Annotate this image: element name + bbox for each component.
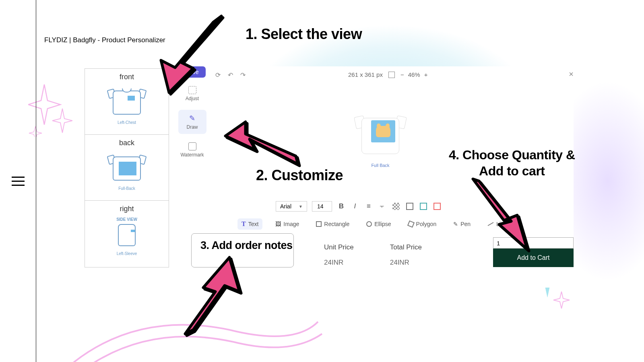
shape-tool-image[interactable]: 🖼 Image xyxy=(271,219,303,229)
font-size-input[interactable]: 14 xyxy=(312,201,332,212)
doge-graphic xyxy=(376,126,390,137)
page-root: FLYDIZ | Badgfly - Product Personalizer … xyxy=(0,0,644,362)
rectangle-icon xyxy=(316,221,322,227)
fill-box-button[interactable] xyxy=(419,202,428,211)
tshirt-side-thumb xyxy=(107,222,147,250)
layout-icon[interactable] xyxy=(388,72,395,78)
shape-toolbar: T Text 🖼 Image Rectangle Ellipse Polygon… xyxy=(237,218,511,230)
watermark-button[interactable]: Watermark xyxy=(178,138,206,162)
transparency-button[interactable] xyxy=(392,202,400,211)
shape-tool-rectangle[interactable]: Rectangle xyxy=(312,219,353,229)
italic-button[interactable]: I xyxy=(351,202,359,211)
view-label: front xyxy=(120,73,134,81)
text-format-toolbar: Arial ▼ 14 B I ≡ ⫟ xyxy=(276,201,442,212)
close-button[interactable]: × xyxy=(569,70,574,79)
preview-label: Full Back xyxy=(371,163,389,168)
arrow-icon xyxy=(177,253,246,338)
ellipse-icon xyxy=(366,221,372,227)
stroke-box-button[interactable] xyxy=(405,202,414,211)
unit-price-value: 24INR xyxy=(324,259,354,267)
preview-print-area xyxy=(371,120,395,142)
price-row: Unit Price 24INR Total Price 24INR xyxy=(324,243,422,267)
product-preview: Full Back xyxy=(352,111,409,183)
shape-tool-text[interactable]: T Text xyxy=(237,218,262,230)
view-label: back xyxy=(119,139,134,147)
font-select[interactable]: Arial ▼ xyxy=(276,201,307,212)
unit-price-label: Unit Price xyxy=(324,243,354,251)
extra-box-button[interactable] xyxy=(433,202,442,211)
zoom-in-button[interactable]: + xyxy=(424,71,428,78)
unit-price-block: Unit Price 24INR xyxy=(324,243,354,267)
total-price-value: 24INR xyxy=(390,259,422,267)
bold-button[interactable]: B xyxy=(337,202,346,211)
spacing-button[interactable]: ⫟ xyxy=(378,202,387,211)
arrow-icon xyxy=(153,8,233,101)
polygon-icon xyxy=(407,220,414,228)
canvas-info: 261 x 361 px − 46% + xyxy=(348,71,427,78)
tshirt-back-thumb xyxy=(107,150,147,185)
redo-icon[interactable]: ↷ xyxy=(240,71,246,79)
chevron-down-icon: ▼ xyxy=(299,204,303,209)
total-price-block: Total Price 24INR xyxy=(390,243,422,267)
align-button[interactable]: ≡ xyxy=(364,202,373,211)
view-label: right xyxy=(120,205,134,213)
draw-button[interactable]: ✎ Draw xyxy=(178,110,206,134)
zoom-out-button[interactable]: − xyxy=(400,71,404,78)
side-view-label: SIDE VIEW xyxy=(116,217,137,222)
annotation-step4: 4. Choose Quantity & Add to cart xyxy=(449,147,575,179)
view-option-back[interactable]: back Full-Back xyxy=(85,135,169,201)
annotation-step1: 1. Select the view xyxy=(246,26,362,43)
view-sublabel: Left-Chest xyxy=(118,120,136,125)
zoom-level: 46% xyxy=(408,71,420,78)
hamburger-menu-icon[interactable] xyxy=(12,177,25,186)
shape-tool-polygon[interactable]: Polygon xyxy=(404,219,441,229)
zoom-control: − 46% + xyxy=(400,71,428,78)
canvas-dims: 261 x 361 px xyxy=(348,71,383,78)
tshirt-front-thumb xyxy=(107,84,147,119)
draw-icon: ✎ xyxy=(189,114,195,123)
preview-shirt xyxy=(354,111,407,159)
arrow-icon xyxy=(471,177,531,253)
annotation-step3: 3. Add order notes xyxy=(200,239,293,252)
shape-tool-ellipse[interactable]: Ellipse xyxy=(362,219,395,229)
view-option-right[interactable]: right SIDE VIEW Left-Sleeve xyxy=(85,201,169,267)
page-title: FLYDIZ | Badgfly - Product Personalizer xyxy=(44,36,165,44)
annotation-step2: 2. Customize xyxy=(256,167,343,184)
view-sublabel: Left-Sleeve xyxy=(117,251,137,256)
left-rail xyxy=(0,0,36,362)
watermark-icon xyxy=(188,142,196,150)
image-icon: 🖼 xyxy=(275,221,281,227)
view-sublabel: Full-Back xyxy=(118,186,135,191)
pen-icon: ✎ xyxy=(453,221,458,227)
text-tool-icon: T xyxy=(242,220,246,228)
total-price-label: Total Price xyxy=(390,243,422,251)
